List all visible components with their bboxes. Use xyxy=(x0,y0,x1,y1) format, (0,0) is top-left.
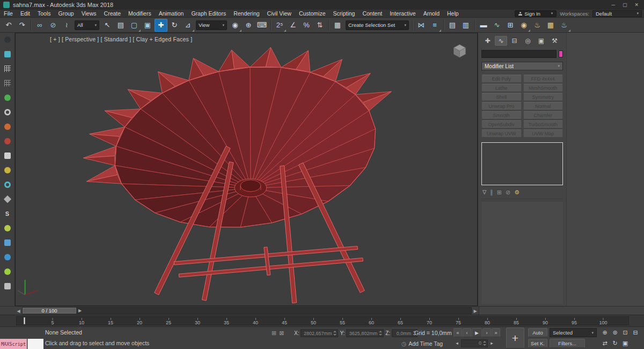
key-selection-dropdown[interactable]: Selected▾ xyxy=(550,328,597,337)
tab-utilities[interactable]: ⚒ xyxy=(548,36,561,46)
left-tool-green2-sphere-icon[interactable] xyxy=(2,267,13,277)
select-and-rotate-icon[interactable]: ↻ xyxy=(168,19,181,32)
zoom-region-button[interactable]: ⊟ xyxy=(631,328,640,337)
selection-set-dropdown[interactable]: Create Selection Set▾ xyxy=(346,20,409,30)
left-tool-gray-box-icon[interactable] xyxy=(2,151,13,161)
render-setup-icon[interactable]: ♨ xyxy=(531,19,544,32)
next-frame-button[interactable]: › xyxy=(482,328,491,337)
modifier-list-dropdown[interactable]: Modifier List ▾ xyxy=(481,62,563,70)
remove-modifier-icon[interactable]: ⊘ xyxy=(506,189,510,196)
left-tool-teal-box-icon[interactable] xyxy=(2,49,13,59)
named-selection-sets-icon[interactable]: ▦ xyxy=(331,19,344,32)
redo-icon[interactable]: ↷ xyxy=(16,19,28,32)
tab-display[interactable]: ▣ xyxy=(535,36,547,46)
satellite-dish-model[interactable] xyxy=(16,33,477,306)
left-tool-lime-sphere-icon[interactable] xyxy=(2,223,13,233)
reference-coordinate-dropdown[interactable]: View▾ xyxy=(196,20,227,30)
select-object-icon[interactable]: ↖ xyxy=(101,19,114,32)
undo-icon[interactable]: ↶ xyxy=(2,19,15,32)
menu-create[interactable]: Create xyxy=(100,10,125,18)
configure-modifier-sets-icon[interactable]: ⚙ xyxy=(514,189,519,196)
show-end-result-icon[interactable]: ∥ xyxy=(490,189,493,196)
left-tool-green-sphere-icon[interactable] xyxy=(2,93,13,103)
rendered-frame-icon[interactable]: ▦ xyxy=(544,19,557,32)
sign-in-button[interactable]: Sign In ▾ xyxy=(515,10,557,17)
add-time-tag[interactable]: ◷ Add Time Tag xyxy=(401,340,443,347)
menu-tools[interactable]: Tools xyxy=(34,10,55,18)
ribbon-toggle-icon[interactable]: ▬ xyxy=(477,19,490,32)
pan-button[interactable]: ⇄ xyxy=(600,339,610,348)
window-crossing-icon[interactable]: ▣ xyxy=(141,19,154,32)
menu-edit[interactable]: Edit xyxy=(17,10,34,18)
tab-hierarchy[interactable]: ⊟ xyxy=(508,36,521,46)
modifier-stack[interactable] xyxy=(481,142,563,185)
modifier-button-uvw-map[interactable]: UVW Map xyxy=(523,129,564,137)
zoom-all-button[interactable]: ⊛ xyxy=(610,328,620,337)
object-color-swatch[interactable] xyxy=(559,50,563,57)
unlink-selection-icon[interactable]: ⊘ xyxy=(47,19,60,32)
menu-help[interactable]: Help xyxy=(443,10,463,18)
left-tool-blue-sphere-icon[interactable] xyxy=(2,252,13,262)
maximize-button[interactable]: ▢ xyxy=(623,2,627,8)
modifier-button-meshsmooth[interactable]: MeshSmooth xyxy=(523,84,564,92)
modifier-button-lathe[interactable]: Lathe xyxy=(481,84,522,92)
percent-snap-icon[interactable]: % xyxy=(300,19,313,32)
left-tool-dark-sphere-icon[interactable] xyxy=(2,35,13,45)
spinner-icon[interactable] xyxy=(482,341,487,346)
tab-create[interactable]: ✚ xyxy=(481,36,494,46)
menu-interactive[interactable]: Interactive xyxy=(386,10,419,18)
menu-group[interactable]: Group xyxy=(55,10,78,18)
modifier-button-symmetry[interactable]: Symmetry xyxy=(523,93,564,101)
object-name-input[interactable] xyxy=(481,50,557,58)
maxscript-mini-listener[interactable]: MAXScript Mi xyxy=(0,339,43,349)
spinner-icon[interactable] xyxy=(333,331,337,336)
modifier-button-chamfer[interactable]: Chamfer xyxy=(523,111,564,119)
left-tool-grid-icon[interactable] xyxy=(2,64,13,74)
menu-scripting[interactable]: Scripting xyxy=(330,10,359,18)
schematic-view-icon[interactable]: ⊞ xyxy=(504,19,517,32)
auto-key-button[interactable]: Auto xyxy=(528,328,547,337)
select-and-scale-icon[interactable]: ⊿ xyxy=(181,19,194,32)
bind-to-space-warp-icon[interactable]: ≀ xyxy=(60,19,73,32)
selection-lock-toggle-icon[interactable]: ⊠ xyxy=(279,330,284,337)
workspace-dropdown[interactable]: Default ▾ xyxy=(592,10,642,17)
left-tool-diamond-icon[interactable] xyxy=(2,194,13,204)
y-coordinate-field[interactable]: 3625,802mm xyxy=(346,329,384,337)
pin-stack-icon[interactable]: ∇ xyxy=(482,189,486,196)
selection-region-icon[interactable]: ▢ xyxy=(128,19,141,32)
snaps-toggle-icon[interactable]: 2⁵ xyxy=(273,19,286,32)
menu-views[interactable]: Views xyxy=(78,10,100,18)
menu-content[interactable]: Content xyxy=(358,10,386,18)
orbit-button[interactable]: ↻ xyxy=(610,339,620,348)
use-center-icon[interactable]: ◉ xyxy=(229,19,241,32)
left-tool-red-sphere-icon[interactable] xyxy=(2,136,13,146)
viewport[interactable]: [ + ] [ Perspective ] [ Standard ] [ Cla… xyxy=(15,33,478,306)
minimize-button[interactable]: ─ xyxy=(612,2,615,8)
current-frame-marker[interactable] xyxy=(24,317,25,324)
go-to-start-button[interactable]: « xyxy=(453,328,462,337)
modifier-button-smooth[interactable]: Smooth xyxy=(481,111,522,119)
maximize-viewport-toggle-button[interactable]: ▣ xyxy=(620,339,630,348)
menu-graph-editors[interactable]: Graph Editors xyxy=(187,10,230,18)
selection-filter-dropdown[interactable]: All▾ xyxy=(75,20,99,30)
align-icon[interactable]: ≡ xyxy=(428,19,441,32)
left-tool-ring-icon[interactable] xyxy=(2,107,13,117)
select-and-manipulate-icon[interactable]: ⊕ xyxy=(242,19,255,32)
menu-modifiers[interactable]: Modifiers xyxy=(125,10,155,18)
current-frame-field[interactable]: 0 xyxy=(461,339,488,347)
go-to-end-button[interactable]: » xyxy=(492,328,500,337)
time-slider-right-arrow[interactable]: ▶ xyxy=(472,307,479,315)
left-tool-orange-sphere-icon[interactable] xyxy=(2,122,13,132)
keyboard-override-icon[interactable]: ⌨ xyxy=(255,19,268,32)
select-and-move-icon[interactable]: ✚ xyxy=(155,19,167,32)
make-unique-icon[interactable]: ⊞ xyxy=(497,189,502,196)
maxscript-macro-pane[interactable]: MAXScript Mi xyxy=(0,339,27,349)
select-by-name-icon[interactable]: ▤ xyxy=(114,19,127,32)
spinner-snap-icon[interactable]: ⇅ xyxy=(313,19,326,32)
modifier-button-ffd-4x4x4[interactable]: FFD 4x4x4 xyxy=(523,75,564,83)
frame-forward-button[interactable]: ▸ xyxy=(488,339,495,347)
time-slider-track[interactable]: 0 / 100 ▶ xyxy=(22,307,472,314)
x-coordinate-field[interactable]: 2802,657mm xyxy=(301,329,338,337)
render-production-icon[interactable]: ♨ xyxy=(558,19,570,32)
absolute-mode-toggle-icon[interactable]: ⊞ xyxy=(272,330,276,337)
